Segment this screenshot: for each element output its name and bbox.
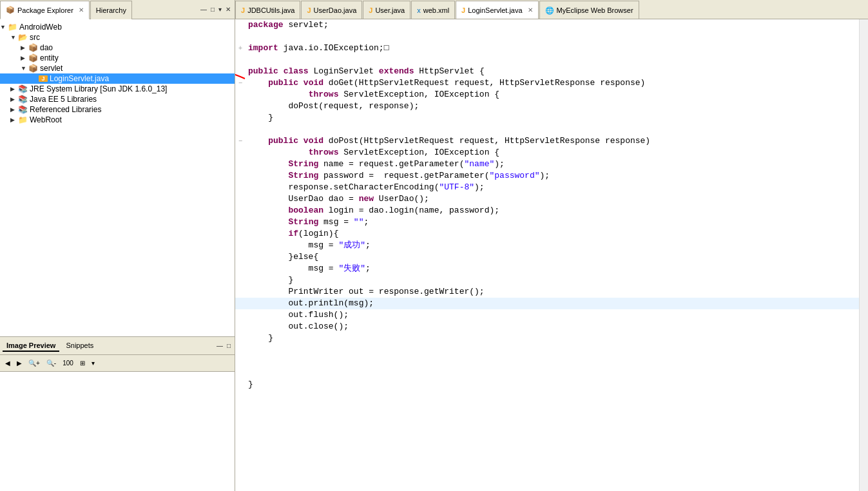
tab-snippets[interactable]: Snippets	[62, 340, 97, 352]
fold-marker	[235, 205, 246, 217]
tree-item-webroot[interactable]: ▶📁WebRoot	[0, 115, 235, 125]
tab-bar: 📦 Package Explorer ✕ Hierarchy — □ ▾ ✕ J…	[0, 0, 868, 19]
fold-marker	[235, 101, 246, 112]
tree-arrow[interactable]: ▼	[0, 24, 8, 30]
tab-loginservlet[interactable]: J LoginServlet.java ✕	[456, 1, 539, 19]
package-explorer-close[interactable]: ✕	[79, 6, 84, 14]
tree-item-entity[interactable]: ▶📦entity	[0, 53, 235, 63]
tree-area[interactable]: ▼📁AndroidWeb▼📂src▶📦dao▶📦entity▼📦servletJ…	[0, 19, 235, 336]
code-area: package servlet;+import java.io.IOExcept…	[235, 19, 859, 491]
fold-marker	[235, 321, 246, 332]
tab-webxml[interactable]: x web.xml	[411, 1, 455, 19]
tree-item-loginservlet[interactable]: JLoginServlet.java	[0, 73, 235, 84]
code-text: out.close();	[246, 321, 859, 332]
fold-marker[interactable]: −	[235, 77, 246, 89]
tree-item-src[interactable]: ▼📂src	[0, 32, 235, 43]
loginservlet-close[interactable]: ✕	[528, 6, 533, 14]
tree-item-jre[interactable]: ▶📚JRE System Library [Sun JDK 1.6.0_13]	[0, 84, 235, 94]
tree-item-dao[interactable]: ▶📦dao	[0, 43, 235, 53]
library-icon: 📚	[18, 84, 28, 93]
code-line-14: String password = request.getParameter("…	[235, 170, 859, 182]
fold-marker	[235, 228, 246, 240]
tree-arrow[interactable]: ▶	[10, 106, 18, 113]
tree-label: AndroidWeb	[19, 23, 62, 32]
fold-marker	[235, 182, 246, 193]
loginservlet-icon: J	[461, 6, 465, 14]
tab-image-preview[interactable]: Image Preview	[3, 340, 59, 352]
code-text	[246, 31, 859, 43]
toolbar-zoom-in[interactable]: 🔍+	[26, 358, 43, 368]
image-preview-content	[0, 372, 235, 491]
fold-marker[interactable]: −	[235, 135, 246, 147]
code-line-20: msg = "成功";	[235, 240, 859, 251]
fold-marker	[235, 159, 246, 170]
toolbar-zoom-out[interactable]: 🔍-	[44, 358, 59, 368]
bottom-minimize-btn[interactable]: —	[215, 342, 224, 350]
code-line-25: out.println(msg);	[235, 298, 859, 309]
code-text: throws ServletException, IOException {	[246, 89, 859, 101]
tab-package-explorer[interactable]: 📦 Package Explorer ✕	[0, 1, 90, 19]
folder-icon: 📁	[18, 115, 28, 124]
fold-marker	[235, 379, 246, 390]
code-line-23: }	[235, 274, 859, 286]
tree-arrow[interactable]: ▼	[21, 65, 28, 72]
code-line-13: String name = request.getParameter("name…	[235, 159, 859, 170]
tab-jdbcutils[interactable]: J JDBCUtils.java	[235, 1, 300, 19]
package-icon: 📦	[28, 43, 39, 52]
code-line-16: UserDao dao = new UserDao();	[235, 193, 859, 205]
jdbcutils-icon: J	[241, 6, 245, 14]
tree-label: dao	[40, 43, 53, 52]
minimize-btn[interactable]: —	[199, 5, 208, 14]
fold-marker[interactable]: +	[235, 43, 246, 54]
code-line-11: − public void doPost(HttpServletRequest …	[235, 135, 859, 147]
code-line-9: }	[235, 112, 859, 124]
tab-userdao-label: UserDao.java	[314, 6, 357, 14]
code-text: }	[246, 332, 859, 344]
tree-arrow[interactable]: ▶	[10, 86, 18, 92]
panel-menu-btn[interactable]: ▾	[217, 5, 223, 14]
toolbar-fit[interactable]: ⊞	[77, 358, 88, 368]
maximize-btn[interactable]: □	[209, 5, 216, 14]
tree-arrow[interactable]: ▶	[10, 117, 18, 123]
tree-item-androidweb[interactable]: ▼📁AndroidWeb	[0, 22, 235, 32]
tree-item-servlet[interactable]: ▼📦servlet	[0, 63, 235, 73]
tab-userdao[interactable]: J UserDao.java	[301, 1, 362, 19]
editor-content[interactable]: package servlet;+import java.io.IOExcept…	[235, 19, 859, 491]
code-line-7: throws ServletException, IOException {	[235, 89, 859, 101]
fold-marker	[235, 332, 246, 344]
toolbar-nav-prev[interactable]: ◀	[3, 358, 13, 368]
panel-close-btn[interactable]: ✕	[224, 5, 232, 14]
tree-arrow[interactable]: ▶	[21, 44, 28, 51]
toolbar-nav-next[interactable]: ▶	[14, 358, 24, 368]
tree-arrow[interactable]: ▼	[10, 34, 18, 41]
code-text: public void doPost(HttpServletRequest re…	[246, 135, 859, 147]
fold-marker	[235, 274, 246, 286]
tree-arrow[interactable]: ▶	[21, 55, 28, 61]
library-icon: 📚	[18, 95, 28, 104]
package-explorer-label: Package Explorer	[17, 6, 73, 14]
code-text: msg = "失败";	[246, 263, 859, 274]
toolbar-100[interactable]: 100	[60, 358, 76, 368]
fold-marker	[235, 147, 246, 159]
image-preview-label: Image Preview	[6, 342, 55, 349]
tab-myeclipse[interactable]: 🌐 MyEclipse Web Browser	[539, 1, 639, 19]
code-line-6: − public void doGet(HttpServletRequest r…	[235, 77, 859, 89]
scroll-marker[interactable]	[859, 19, 868, 491]
tree-item-reflibs[interactable]: ▶📚Referenced Libraries	[0, 104, 235, 115]
package-icon: 📦	[28, 64, 39, 73]
toolbar-menu[interactable]: ▾	[89, 358, 97, 368]
tree-arrow[interactable]: ▶	[10, 96, 18, 102]
file-icon: J	[39, 75, 48, 82]
code-line-15: response.setCharacterEncoding("UTF-8");	[235, 182, 859, 193]
tab-user[interactable]: J User.java	[363, 1, 410, 19]
code-text: response.setCharacterEncoding("UTF-8");	[246, 182, 859, 193]
tab-hierarchy[interactable]: Hierarchy	[90, 1, 132, 19]
tree-item-javaee[interactable]: ▶📚Java EE 5 Libraries	[0, 94, 235, 104]
bottom-toolbar: ◀ ▶ 🔍+ 🔍- 100 ⊞ ▾	[0, 355, 235, 372]
tree-label: WebRoot	[30, 115, 62, 124]
code-text: public void doGet(HttpServletRequest req…	[246, 77, 859, 89]
code-line-5: public class LoginServlet extends HttpSe…	[235, 66, 859, 77]
code-line-30	[235, 356, 859, 367]
tab-loginservlet-label: LoginServlet.java	[468, 6, 522, 14]
bottom-maximize-btn[interactable]: □	[226, 342, 232, 350]
